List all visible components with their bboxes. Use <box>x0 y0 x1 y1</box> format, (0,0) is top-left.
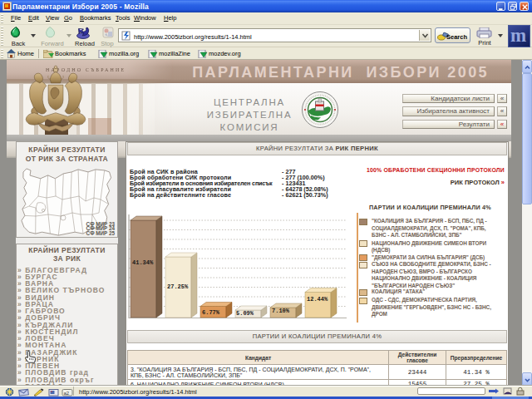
svg-text:27.25%: 27.25% <box>167 283 189 290</box>
svg-text:5.09%: 5.09% <box>236 310 254 317</box>
svg-text:a2: a2 <box>64 390 70 395</box>
svg-text:12.44%: 12.44% <box>307 296 328 303</box>
svg-text:41.34%: 41.34% <box>132 259 154 266</box>
svg-text:7.10%: 7.10% <box>272 308 290 314</box>
svg-text:6.77%: 6.77% <box>202 309 220 316</box>
